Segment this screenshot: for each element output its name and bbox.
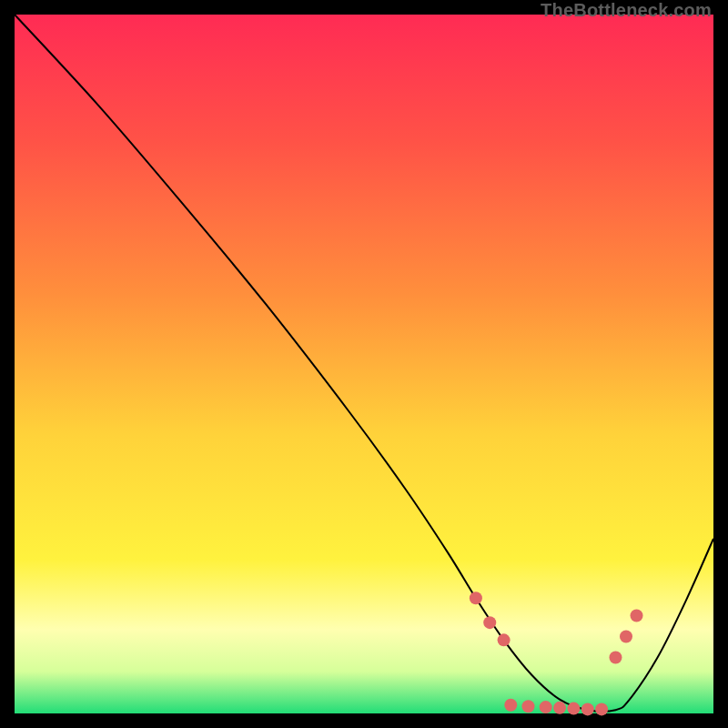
marker-dot [567,703,580,715]
marker-dot [553,702,566,714]
marker-dot [609,652,622,664]
marker-dot [504,699,517,712]
marker-dot [581,703,594,715]
marker-dot [470,592,482,604]
bottleneck-curve [15,15,713,712]
marker-dot [483,616,496,629]
marker-dot [521,700,534,713]
watermark-text: TheBottleneck.com [541,0,712,21]
marker-dot [498,633,511,646]
marker-dot [540,701,552,713]
chart-plot-layer [15,15,713,713]
chart-frame [15,15,713,713]
marker-dot [620,631,632,643]
marker-dot [595,703,608,715]
marker-dot [631,609,643,622]
